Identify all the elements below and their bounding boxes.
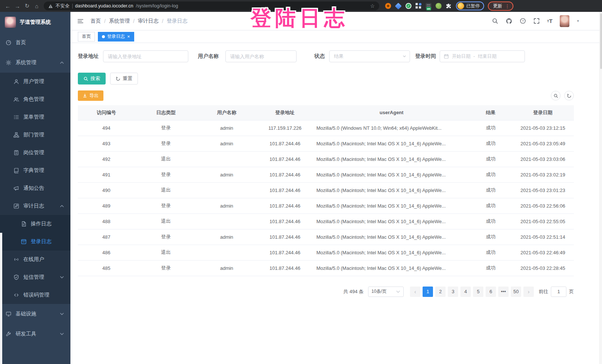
sidebar-item-登录日志[interactable]: 登录日志 [0, 233, 70, 251]
sidebar-item-label: 错误码管理 [23, 292, 49, 298]
url-bar[interactable]: 不安全 dashboard.yudao.iocoder.cn/system/lo… [44, 1, 379, 10]
browser-reload-icon[interactable]: ↻ [22, 1, 32, 10]
page-button-1[interactable]: 1 [423, 287, 433, 297]
table-row: 487登录admin101.87.244.46Mozilla/5.0 (Maci… [78, 229, 574, 245]
extension-plant-icon[interactable] [436, 3, 441, 9]
cell-result: 成功 [470, 120, 512, 136]
breadcrumb-item-首页[interactable]: 首页 [90, 18, 101, 24]
next-page-button[interactable]: › [523, 287, 534, 297]
sidebar-item-菜单管理[interactable]: 菜单管理 [0, 108, 70, 126]
sidebar-item-基础设施[interactable]: 基础设施 [0, 304, 70, 324]
extension-gem-icon[interactable] [395, 3, 401, 9]
login-time-range-picker[interactable]: 开始日期 - 结束日期 [440, 50, 525, 62]
extension-list-icon[interactable]: on [426, 3, 431, 9]
sidebar-item-首页[interactable]: 首页 [0, 33, 70, 53]
close-icon[interactable]: × [127, 34, 130, 39]
sidebar-item-label: 短信管理 [23, 274, 44, 281]
main-panel: 首页/系统管理/审计日志/登录日志 ? TT ▾ 首页登录日志× [70, 12, 602, 364]
cell-user: admin [197, 120, 257, 136]
app-logo[interactable]: 芋道管理系统 [0, 12, 70, 33]
page-button-5[interactable]: 5 [473, 287, 483, 297]
sidebar-item-在线用户[interactable]: 在线用户 [0, 251, 70, 268]
cell-user: admin [197, 229, 257, 245]
sidebar-item-操作日志[interactable]: 操作日志 [0, 215, 70, 233]
username-input[interactable] [225, 50, 297, 62]
sidebar-item-短信管理[interactable]: 短信管理 [0, 268, 70, 286]
chevron-down-icon [59, 311, 65, 317]
dev-tool-icon [6, 331, 11, 337]
user-avatar[interactable] [560, 15, 569, 27]
tag-label: 登录日志 [107, 33, 125, 40]
browser-forward-icon[interactable]: → [13, 1, 22, 10]
github-icon[interactable] [506, 18, 512, 24]
sidebar-item-审计日志[interactable]: 审计日志 [0, 197, 70, 215]
goto-page-input[interactable] [551, 287, 566, 297]
hamburger-icon[interactable] [70, 12, 90, 30]
cell-user [197, 214, 257, 229]
browser-home-icon[interactable]: ⌂ [32, 1, 42, 10]
sidebar-menu: 首页系统管理用户管理角色管理菜单管理部门管理岗位管理字典管理通知公告审计日志操作… [0, 33, 70, 344]
sidebar-item-错误码管理[interactable]: 错误码管理 [0, 286, 70, 304]
tab-登录日志[interactable]: 登录日志× [98, 32, 134, 42]
extensions-puzzle-icon[interactable] [446, 3, 452, 9]
search-icon[interactable] [492, 18, 498, 24]
breadcrumb-item-系统管理[interactable]: 系统管理 [109, 18, 130, 24]
column-header-登录日期: 登录日期 [512, 105, 574, 120]
sidebar-item-角色管理[interactable]: 角色管理 [0, 90, 70, 108]
cell-id: 491 [78, 167, 135, 182]
column-header-userAgent: userAgent [314, 105, 470, 120]
cell-date: 2021-05-03 22:56:06 [512, 198, 574, 214]
url-divider [72, 4, 73, 9]
avatar-caret-icon[interactable]: ▾ [577, 19, 579, 23]
more-pages-button[interactable]: ••• [498, 287, 509, 297]
browser-profile-badge[interactable]: 已暂停 [456, 1, 484, 10]
sidebar-item-研发工具[interactable]: 研发工具 [0, 324, 70, 344]
sidebar-item-label: 用户管理 [23, 78, 44, 85]
extension-orange-icon[interactable] [385, 3, 391, 9]
page-button-50[interactable]: 50 [511, 287, 521, 297]
page-button-4[interactable]: 4 [460, 287, 471, 297]
sidebar-item-部门管理[interactable]: 部门管理 [0, 126, 70, 144]
login-address-input[interactable] [103, 50, 188, 62]
sidebar-item-系统管理[interactable]: 系统管理 [0, 53, 70, 73]
status-select[interactable]: 结果 [329, 50, 410, 62]
extension-check-icon[interactable]: ✓ [406, 3, 411, 9]
cell-date: 2021-05-03 22:28:45 [512, 260, 574, 276]
page-size-select[interactable]: 10条/页 [368, 287, 404, 297]
cell-user: admin [197, 260, 257, 276]
browser-menu-dots-icon[interactable]: ⋮ [505, 3, 510, 9]
sidebar-item-岗位管理[interactable]: 岗位管理 [0, 144, 70, 162]
font-size-icon[interactable]: TT [547, 18, 553, 24]
page-button-3[interactable]: 3 [448, 287, 458, 297]
browser-back-icon[interactable]: ← [3, 1, 13, 10]
breadcrumb-separator: / [133, 18, 135, 24]
cell-result: 成功 [470, 214, 512, 229]
page-scrollbar[interactable] [599, 12, 602, 364]
fullscreen-icon[interactable] [533, 18, 540, 24]
page-button-2[interactable]: 2 [435, 287, 446, 297]
table-row: 491登录admin101.87.244.46Mozilla/5.0 (Maci… [78, 167, 574, 182]
help-icon[interactable]: ? [520, 18, 526, 24]
pagination: 共 494 条10条/页‹123456•••50›前往页 [78, 287, 574, 297]
tab-首页[interactable]: 首页 [78, 32, 95, 42]
status-label: 状态 [314, 53, 325, 60]
cell-user_agent: Mozilla/5.0 (Macintosh; Intel Mac OS X 1… [314, 229, 470, 245]
refresh-button[interactable] [564, 91, 574, 100]
sidebar-item-通知公告[interactable]: 通知公告 [0, 179, 70, 197]
cell-user_agent: Mozilla/5.0 (Macintosh; Intel Mac OS X 1… [314, 182, 470, 198]
export-button[interactable]: 导出 [78, 90, 103, 101]
bookmark-star-icon[interactable]: ☆ [370, 3, 375, 9]
extension-grid-icon[interactable] [416, 3, 421, 9]
prev-page-button[interactable]: ‹ [410, 287, 420, 297]
browser-update-button[interactable]: 更新 ⋮ [488, 1, 513, 11]
sidebar-item-用户管理[interactable]: 用户管理 [0, 73, 70, 90]
breadcrumb-item-审计日志[interactable]: 审计日志 [138, 18, 159, 24]
page-button-6[interactable]: 6 [486, 287, 496, 297]
reset-button[interactable]: 重置 [110, 73, 138, 85]
sidebar-item-字典管理[interactable]: 字典管理 [0, 162, 70, 179]
hide-search-button[interactable] [551, 91, 560, 100]
scrollbar-thumb[interactable] [600, 13, 602, 69]
search-button[interactable]: 搜索 [78, 73, 106, 85]
column-header-用户名称: 用户名称 [197, 105, 257, 120]
sidebar-scrollbar[interactable] [0, 233, 2, 364]
